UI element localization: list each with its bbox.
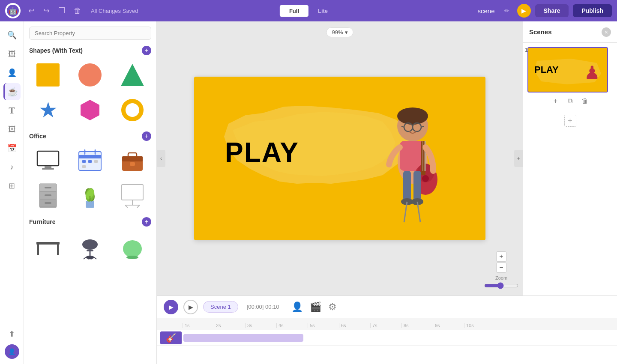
logo-button[interactable]: 🤖 [5,3,21,18]
svg-rect-28 [122,185,143,200]
scene-1-thumbnail[interactable]: PLAY ♟ [527,47,608,92]
svg-rect-20 [45,187,51,188]
timeline-ruler: 1s 2s 3s 4s 5s 6s 7s 8s 9s 10s [157,318,617,330]
scene-pill[interactable]: Scene 1 [203,301,238,313]
zoom-value: 99% [332,29,343,36]
ruler-8s: 8s [401,323,433,328]
timeline-preview-button[interactable]: ▶ [183,300,198,314]
beanbag-icon [120,233,145,260]
scene-canvas[interactable]: PLAY [194,77,485,240]
zoom-out-button[interactable]: − [496,263,506,273]
furniture-office-chair[interactable] [71,231,109,262]
toggle-lite-button[interactable]: Lite [308,5,337,17]
furniture-beanbag[interactable] [114,231,151,262]
duplicate-button[interactable]: ❐ [56,4,68,17]
office-calendar[interactable] [71,145,109,176]
zoom-slider[interactable] [484,282,518,289]
scenes-title: Scenes [529,28,552,36]
panel-collapse-handle[interactable]: ‹ [157,150,165,167]
canvas-stage: ‹ PLAY [157,21,523,295]
iconbar-character[interactable]: 👤 [3,64,21,81]
office-plant[interactable] [71,180,109,211]
redo-button[interactable]: ↪ [41,4,52,17]
svg-text:♟: ♟ [584,63,600,83]
svg-rect-15 [130,162,135,166]
share-button[interactable]: Share [535,4,569,17]
publish-button[interactable]: Publish [573,4,612,17]
iconbar-music[interactable]: ♪ [3,158,21,176]
office-filing-cabinet[interactable] [29,180,67,211]
shape-hex[interactable] [71,95,109,125]
shape-ring[interactable] [114,95,151,125]
user-avatar[interactable]: 👤 [5,344,19,359]
monitor-icon [35,148,61,173]
add-scene-panel-button[interactable]: + [564,115,576,127]
timeline-character-icon[interactable]: 👤 [291,301,303,313]
shape-square[interactable] [29,60,67,90]
svg-line-40 [84,257,86,259]
toggle-full-button[interactable]: Full [280,5,308,17]
add-shape-button[interactable]: + [142,46,151,55]
svg-point-61 [422,175,429,182]
delete-button[interactable]: 🗑 [71,5,84,17]
scene-delete-button[interactable]: 🗑 [579,95,591,107]
iconbar-image[interactable]: 🖼 [3,45,21,63]
timeline-settings-icon[interactable]: ⚙ [328,301,337,313]
office-whiteboard[interactable] [114,180,151,211]
zoom-label: Zoom [495,275,507,280]
briefcase-icon [120,148,145,173]
track-bar-1[interactable] [183,334,303,342]
ruler-1s: 1s [183,323,214,328]
triangle-icon [121,64,144,86]
scene-1-wrap: 1 PLAY ♟ + ⧉ 🗑 [523,43,617,111]
iconbar-upload[interactable]: ⬆ [3,325,21,343]
svg-rect-23 [86,201,94,208]
track-thumb-1[interactable]: 🎸 [160,331,182,344]
hexagon-icon [79,99,101,121]
shapes-grid: ★ [29,60,151,125]
undo-button[interactable]: ↩ [26,4,37,17]
svg-rect-11 [82,165,86,168]
plant-icon [78,182,102,209]
iconbar-media[interactable]: 🖼 [3,121,21,138]
scene-add-button[interactable]: + [550,95,562,107]
add-furniture-button[interactable]: + [142,217,151,227]
svg-rect-22 [45,202,51,204]
shape-circle[interactable] [71,60,109,90]
zoom-indicator[interactable]: 99% ▾ [326,27,353,37]
furniture-section-header: Furniture + [29,217,151,227]
ruler-3s: 3s [245,323,276,328]
ring-icon [121,99,144,121]
svg-rect-37 [87,250,93,251]
scenes-expand-handle[interactable]: + [514,150,523,167]
zoom-in-button[interactable]: + [496,251,506,262]
iconbar-widget[interactable]: ⊞ [3,177,21,194]
iconbar-shapes[interactable]: ☕ [3,83,21,100]
office-briefcase[interactable] [114,145,151,176]
search-property-input[interactable] [29,27,151,40]
circle-icon [78,63,102,87]
shape-star[interactable]: ★ [29,95,67,125]
iconbar-text[interactable]: T [3,102,21,119]
iconbar-calendar[interactable]: 📅 [3,140,21,157]
iconbar-search[interactable]: 🔍 [3,27,21,44]
guitarist-character[interactable] [365,85,460,231]
shape-triangle[interactable] [114,60,151,90]
svg-rect-62 [403,171,411,201]
svg-marker-0 [81,100,99,120]
filing-cabinet-icon [36,182,60,209]
edit-scene-icon[interactable]: ✏ [504,7,509,14]
add-office-button[interactable]: + [142,131,151,141]
preview-play-button[interactable]: ▶ [517,4,531,18]
track-thumb-icon-1: 🎸 [166,333,177,343]
scene-play-text[interactable]: PLAY [225,137,299,168]
furniture-desk[interactable] [29,231,67,262]
icon-bar: 🔍 🖼 👤 ☕ T 🖼 📅 ♪ ⊞ ⬆ 👤 [0,21,24,364]
office-monitor[interactable] [29,145,67,176]
timeline-media-icon[interactable]: 🎬 [310,301,321,313]
scene-copy-button[interactable]: ⧉ [564,95,576,107]
timeline-controls: ▶ ▶ Scene 1 [00:00] 00:10 👤 🎬 ⚙ [157,296,617,318]
timeline-play-button[interactable]: ▶ [164,300,178,314]
scenes-close-button[interactable]: × [602,27,611,37]
zoom-slider-wrap [484,282,518,289]
